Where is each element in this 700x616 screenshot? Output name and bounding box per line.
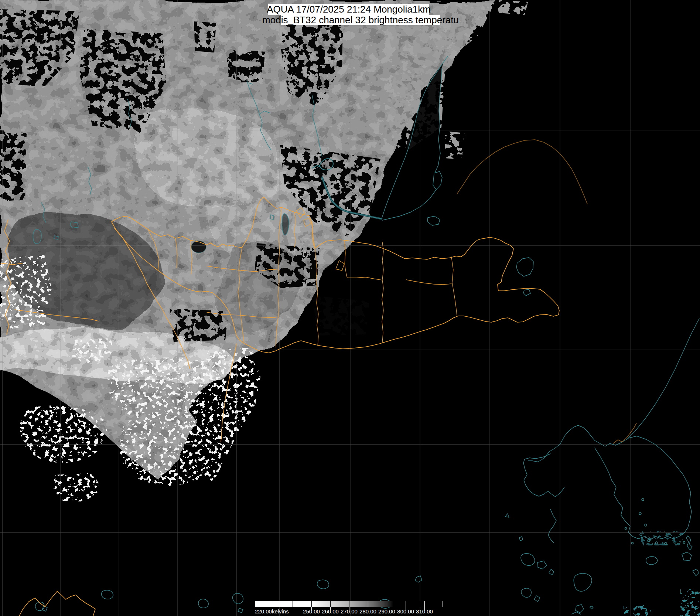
colorbar-label-310: 310.00 bbox=[416, 608, 433, 615]
colorbar-divider-270 bbox=[349, 601, 349, 607]
colorbar-divider-260 bbox=[330, 601, 331, 607]
colorbar-label-250: 250.00 bbox=[303, 608, 320, 615]
satellite-viewer: AQUA 17/07/2025 21:24 Mongolia1km modis_… bbox=[0, 0, 700, 616]
colorbar-label-300: 300.00 bbox=[397, 608, 414, 615]
colorbar-label-260: 260.00 bbox=[322, 608, 339, 615]
colorbar-divider-250 bbox=[311, 601, 312, 607]
colorbar-label-290: 290.00 bbox=[378, 608, 395, 615]
colorbar-divider-280 bbox=[368, 601, 368, 607]
colorbar-divider-240 bbox=[293, 601, 293, 607]
colorbar-label-270: 270.00 bbox=[341, 608, 358, 615]
colorbar-divider-230 bbox=[274, 601, 274, 607]
satellite-map-canvas bbox=[0, 0, 700, 616]
colorbar-divider-310 bbox=[424, 601, 425, 607]
colorbar-divider-290 bbox=[387, 601, 387, 607]
colorbar-label-280: 280.00 bbox=[359, 608, 376, 615]
colorbar: 220.00kelvins 250.00 260.00 270.00 280.0… bbox=[255, 601, 443, 616]
colorbar-units-label: 220.00kelvins bbox=[255, 608, 289, 615]
colorbar-divider-300 bbox=[406, 601, 406, 607]
uvs-lake-dark-patch bbox=[191, 241, 206, 253]
colorbar-divider-320 bbox=[443, 601, 443, 607]
